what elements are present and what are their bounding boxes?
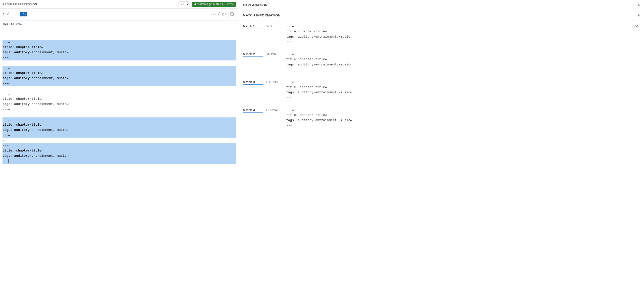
test-line: ↵ — [2, 86, 236, 92]
test-line: tags:·auditory·entrainment,·music↵ — [2, 50, 236, 55]
test-line: tags:·auditory·entrainment,·music↵ — [2, 128, 236, 133]
test-line: ---↵ — [2, 133, 236, 138]
regex-section-label: REGULAR EXPRESSION — [2, 3, 37, 6]
match-info-title: MATCH INFORMATION — [243, 14, 280, 17]
match-label: Match 2 — [243, 52, 263, 57]
test-line: title:·chapter·title↵ — [2, 45, 236, 50]
regex-suffix-text: --- — [210, 12, 216, 16]
explanation-header: EXPLANATION ∧ — [239, 0, 644, 10]
match-value: ---↵ title:·chapter·title↵ tags:·auditor… — [286, 80, 352, 100]
test-string-header: TEST STRING — [0, 20, 239, 27]
match-info-chevron-icon[interactable]: ∧ — [638, 13, 640, 18]
text-cursor — [8, 159, 9, 163]
test-line: --- — [2, 159, 236, 164]
match-label: Match 4 — [243, 108, 263, 113]
version-select[interactable]: v1 — [178, 2, 190, 7]
match-entry: Match 4192-254---↵ title:·chapter·title↵… — [243, 104, 640, 132]
match-value: ---↵ title:·chapter·title↵ tags:·auditor… — [286, 52, 352, 72]
match-entries: Match 10-62---↵ title:·chapter·title↵ ta… — [239, 20, 644, 132]
test-string-content[interactable]: ---↵title:·chapter·title↵tags:·auditory·… — [0, 27, 239, 301]
test-line: ---↵ — [2, 55, 236, 60]
test-line: ---↵ — [2, 118, 236, 123]
test-line: ↵ — [2, 60, 236, 66]
match-share-button[interactable] — [632, 24, 640, 30]
regex-input-row: : / --- .*? --- / gs — [0, 9, 239, 20]
test-line: ---↵ — [2, 143, 236, 148]
right-panel: EXPLANATION ∧ MATCH INFORMATION ∧ Match … — [239, 0, 644, 301]
test-string-section: TEST STRING ---↵title:·chapter·title↵tag… — [0, 20, 239, 301]
test-line: tags:·auditory·entrainment,·music↵ — [2, 102, 236, 107]
match-entry: Match 264-126---↵ title:·chapter·title↵ … — [243, 48, 640, 76]
test-line: title:·chapter·title↵ — [2, 96, 236, 102]
regex-body[interactable]: .*? — [20, 12, 209, 16]
test-line: tags:·auditory·entrainment,·music↵ — [2, 154, 236, 159]
match-label: Match 3 — [243, 80, 263, 85]
match-value: ---↵ title:·chapter·title↵ tags:·auditor… — [286, 108, 352, 128]
svg-rect-1 — [231, 12, 233, 15]
match-range: 64-126 — [266, 52, 283, 56]
test-string-label: TEST STRING — [2, 22, 22, 25]
match-entry: Match 3128-190---↵ title:·chapter·title↵… — [243, 76, 640, 104]
regex-flags: / gs — [218, 12, 227, 16]
copy-button[interactable] — [228, 11, 236, 18]
test-line: ↵ — [2, 112, 236, 118]
left-panel: REGULAR EXPRESSION v1 4 matches (256 ste… — [0, 0, 239, 301]
test-line: ↵ — [2, 138, 236, 143]
regex-section: REGULAR EXPRESSION v1 4 matches (256 ste… — [0, 0, 239, 20]
explanation-title: EXPLANATION — [243, 3, 268, 7]
regex-highlight: .*? — [20, 12, 27, 16]
regex-header: REGULAR EXPRESSION v1 4 matches (256 ste… — [0, 0, 239, 9]
test-line: title:·chapter·title↵ — [2, 122, 236, 128]
match-entry: Match 10-62---↵ title:·chapter·title↵ ta… — [243, 20, 640, 48]
match-badge: 4 matches (256 steps, 0.2ms) — [192, 2, 236, 7]
test-line: ---↵ — [2, 81, 236, 86]
regex-prefix: : / --- — [2, 12, 18, 16]
explanation-chevron-icon[interactable]: ∧ — [638, 2, 640, 8]
regex-header-right: v1 4 matches (256 steps, 0.2ms) — [178, 2, 236, 7]
test-line: ---↵ — [2, 40, 236, 45]
test-line: ---↵ — [2, 66, 236, 71]
test-line: title:·chapter·title↵ — [2, 71, 236, 76]
test-line: title:·chapter·title↵ — [2, 148, 236, 154]
match-value: ---↵ title:·chapter·title↵ tags:·auditor… — [286, 24, 352, 44]
match-range: 0-62 — [266, 24, 283, 28]
match-range: 128-190 — [266, 80, 283, 84]
match-info-header: MATCH INFORMATION ∧ — [239, 10, 644, 20]
test-line: ---↵ — [2, 92, 236, 97]
match-label: Match 1 — [243, 24, 263, 29]
match-range: 192-254 — [266, 108, 283, 112]
test-line: ---↵ — [2, 107, 236, 112]
test-line: tags:·auditory·entrainment,·music↵ — [2, 76, 236, 81]
